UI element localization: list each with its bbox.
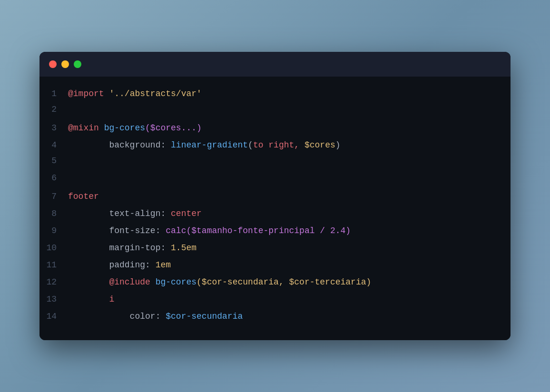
code-line-12: 12 @include bg-cores($cor-secundaria, $c… [39,274,511,292]
close-button[interactable] [49,60,57,68]
line-content: footer [68,190,99,203]
editor-window: 1 @import '../abstracts/var' 2 3 @mixin … [39,52,511,340]
code-line-6: 6 [39,172,511,189]
line-number: 14 [39,312,68,321]
line-number: 9 [39,226,68,235]
code-line-2: 2 [39,103,511,120]
code-line-8: 8 text-align: center [39,206,511,223]
code-line-5: 5 [39,155,511,172]
code-line-3: 3 @mixin bg-cores($cores...) [39,120,511,137]
line-number: 4 [39,140,68,150]
line-number: 10 [39,243,68,253]
line-number: 7 [39,192,68,201]
line-content: padding: 1em [68,259,171,272]
line-content: color: $cor-secundaria [68,310,243,323]
code-line-10: 10 margin-top: 1.5em [39,240,511,257]
line-content: @import '../abstracts/var' [68,88,202,100]
code-area: 1 @import '../abstracts/var' 2 3 @mixin … [39,77,511,340]
line-number: 11 [39,260,68,270]
line-content: background: linear-gradient(to right, $c… [68,139,341,152]
code-line-1: 1 @import '../abstracts/var' [39,86,511,103]
line-number: 5 [39,156,68,166]
line-content: font-size: calc($tamanho-fonte-principal… [68,225,351,237]
code-line-4: 4 background: linear-gradient(to right, … [39,137,511,155]
line-number: 2 [39,105,68,114]
line-content: margin-top: 1.5em [68,242,196,255]
maximize-button[interactable] [74,60,81,68]
line-content: @mixin bg-cores($cores...) [68,122,202,135]
line-number: 8 [39,209,68,218]
line-number: 13 [39,294,68,304]
code-line-11: 11 padding: 1em [39,257,511,274]
line-number: 1 [39,89,68,98]
line-number: 12 [39,277,68,287]
code-line-9: 9 font-size: calc($tamanho-fonte-princip… [39,223,511,240]
code-line-14: 14 color: $cor-secundaria [39,309,511,326]
line-content: i [68,293,114,306]
code-line-7: 7 footer [39,189,511,206]
line-content: text-align: center [68,207,202,220]
line-number: 3 [39,123,68,133]
line-content: @include bg-cores($cor-secundaria, $cor-… [68,276,371,289]
code-line-13: 13 i [39,292,511,309]
line-number: 6 [39,173,68,183]
minimize-button[interactable] [61,60,69,68]
title-bar [39,52,511,77]
